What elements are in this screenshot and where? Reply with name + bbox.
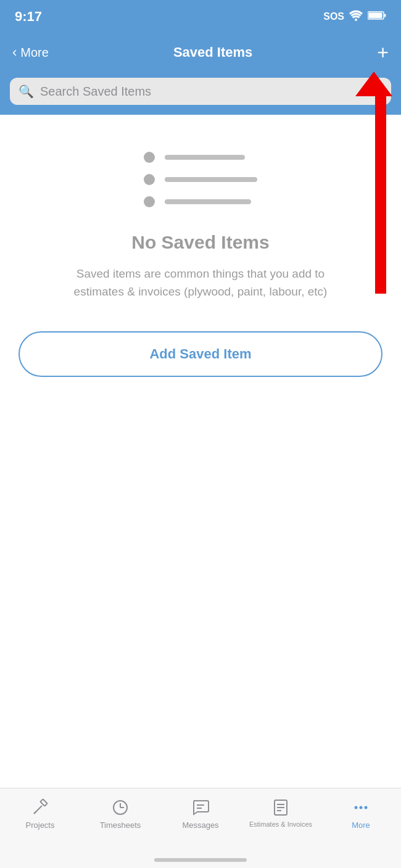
illustration-row-2 xyxy=(144,174,257,185)
svg-point-17 xyxy=(360,806,363,809)
svg-line-6 xyxy=(34,811,36,814)
chat-icon xyxy=(191,798,210,817)
clock-icon xyxy=(111,798,130,817)
annotation-arrow xyxy=(368,72,392,294)
tab-projects-label: Projects xyxy=(26,820,55,830)
empty-title: No Saved Items xyxy=(131,232,269,253)
nav-bar: ‹ More Saved Items + xyxy=(0,33,401,72)
tab-more-label: More xyxy=(352,820,370,830)
tab-bar: Projects Timesheets Messages Estimates &… xyxy=(0,788,401,868)
battery-icon xyxy=(368,10,386,23)
sos-indicator: SOS xyxy=(323,11,344,22)
add-saved-item-button[interactable]: Add Saved Item xyxy=(19,331,382,377)
tab-more[interactable]: More xyxy=(321,798,401,830)
svg-point-18 xyxy=(365,806,368,809)
page-title: Saved Items xyxy=(173,44,252,60)
tab-timesheets-label: Timesheets xyxy=(100,820,141,830)
svg-point-16 xyxy=(355,806,358,809)
tab-estimates-label: Estimates & Invoices xyxy=(249,820,312,828)
main-content: No Saved Items Saved items are common th… xyxy=(0,115,401,402)
hammer-icon xyxy=(31,798,49,817)
add-button[interactable]: + xyxy=(377,43,389,62)
back-label: More xyxy=(20,46,49,60)
line-1 xyxy=(165,155,245,160)
back-button[interactable]: ‹ More xyxy=(12,44,49,60)
tab-timesheets[interactable]: Timesheets xyxy=(80,798,160,830)
search-input[interactable] xyxy=(40,85,382,99)
illustration-row-1 xyxy=(144,152,257,163)
svg-rect-2 xyxy=(369,13,382,19)
dot-2 xyxy=(144,174,155,185)
dot-1 xyxy=(144,152,155,163)
tab-messages[interactable]: Messages xyxy=(160,798,241,830)
status-icons: SOS xyxy=(323,10,386,23)
dot-3 xyxy=(144,196,155,207)
tab-estimates[interactable]: Estimates & Invoices xyxy=(241,798,321,828)
tab-messages-label: Messages xyxy=(182,820,218,830)
tab-projects[interactable]: Projects xyxy=(0,798,80,830)
svg-rect-5 xyxy=(40,799,47,806)
line-2 xyxy=(165,177,257,182)
empty-description: Saved items are common things that you a… xyxy=(46,265,355,300)
home-indicator xyxy=(154,858,247,862)
svg-rect-3 xyxy=(384,14,386,17)
wifi-icon xyxy=(349,10,363,23)
status-bar: 9:17 SOS xyxy=(0,0,401,33)
status-time: 9:17 xyxy=(15,9,42,25)
illustration-row-3 xyxy=(144,196,257,207)
search-bar[interactable]: 🔍 xyxy=(10,78,391,105)
search-container: 🔍 xyxy=(0,72,401,115)
search-icon: 🔍 xyxy=(19,84,34,99)
svg-point-0 xyxy=(355,19,357,21)
ellipsis-icon xyxy=(352,798,370,817)
empty-illustration xyxy=(144,152,257,207)
document-icon xyxy=(271,798,290,817)
line-3 xyxy=(165,199,251,204)
back-chevron-icon: ‹ xyxy=(12,44,17,60)
